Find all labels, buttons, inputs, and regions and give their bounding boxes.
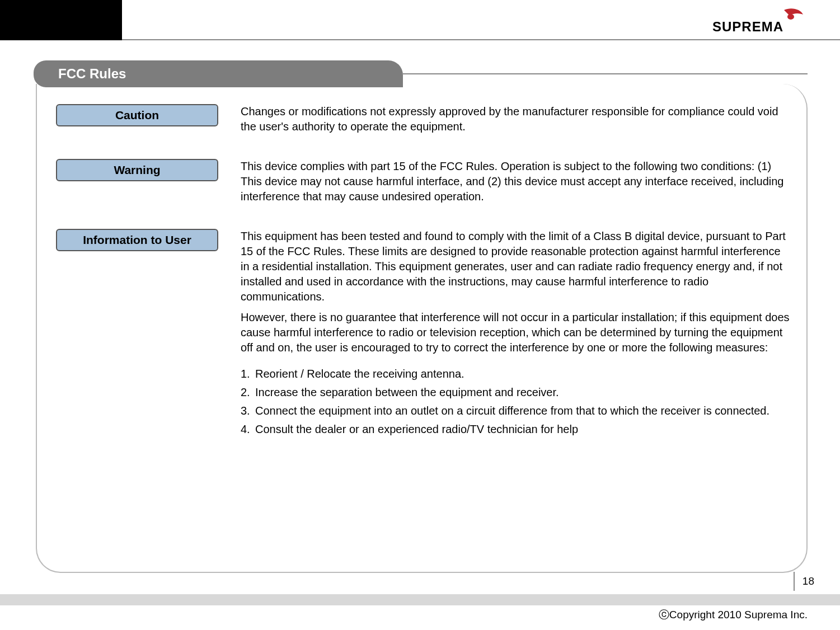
info-p2: However, there is no guarantee that inte… <box>241 310 790 355</box>
brand-logo: SUPREMA <box>712 8 808 35</box>
section-title-pill: FCC Rules <box>34 60 403 87</box>
warning-body: This device complies with part 15 of the… <box>241 159 790 210</box>
content-area: Caution Changes or modifications not exp… <box>56 104 790 459</box>
warning-text: This device complies with part 15 of the… <box>241 159 790 204</box>
header-band: SUPREMA <box>0 0 840 40</box>
section-title-text: FCC Rules <box>58 66 126 81</box>
footer-bar <box>0 594 840 605</box>
svg-point-0 <box>787 14 794 20</box>
measure-3: 3.Connect the equipment into an outlet o… <box>241 403 790 419</box>
info-label-box: Information to User <box>56 229 218 251</box>
page-number-text: 18 <box>803 575 814 587</box>
header-black-block <box>0 0 122 40</box>
measure-2-text: Increase the separation between the equi… <box>255 385 790 400</box>
info-label: Information to User <box>83 233 191 246</box>
measure-1-num: 1. <box>241 366 255 382</box>
measure-1: 1.Reorient / Relocate the receiving ante… <box>241 366 790 382</box>
info-p1: This equipment has been tested and found… <box>241 229 790 304</box>
section-info: Information to User This equipment has b… <box>56 229 790 440</box>
caution-label-box: Caution <box>56 104 218 126</box>
title-row: FCC Rules <box>34 60 808 87</box>
measure-2: 2.Increase the separation between the eq… <box>241 385 790 400</box>
suprema-logo-icon: SUPREMA <box>712 8 808 35</box>
caution-label: Caution <box>115 109 159 121</box>
brand-wordmark: SUPREMA <box>712 19 783 34</box>
measures-list: 1.Reorient / Relocate the receiving ante… <box>241 366 790 437</box>
caution-body: Changes or modifications not expressly a… <box>241 104 790 140</box>
info-body: This equipment has been tested and found… <box>241 229 790 440</box>
section-warning: Warning This device complies with part 1… <box>56 159 790 210</box>
page-number: 18 <box>794 572 814 591</box>
warning-label: Warning <box>114 163 160 176</box>
copyright-text: ⓒCopyright 2010 Suprema Inc. <box>659 608 808 622</box>
measure-4-num: 4. <box>241 422 255 437</box>
measure-1-text: Reorient / Relocate the receiving antenn… <box>255 366 790 382</box>
measure-3-text: Connect the equipment into an outlet on … <box>255 403 790 419</box>
caution-text: Changes or modifications not expressly a… <box>241 104 790 134</box>
measure-3-num: 3. <box>241 403 255 419</box>
measure-4: 4.Consult the dealer or an experienced r… <box>241 422 790 437</box>
warning-label-box: Warning <box>56 159 218 181</box>
title-tail-line <box>402 73 808 74</box>
measure-2-num: 2. <box>241 385 255 400</box>
measure-4-text: Consult the dealer or an experienced rad… <box>255 422 790 437</box>
section-caution: Caution Changes or modifications not exp… <box>56 104 790 140</box>
